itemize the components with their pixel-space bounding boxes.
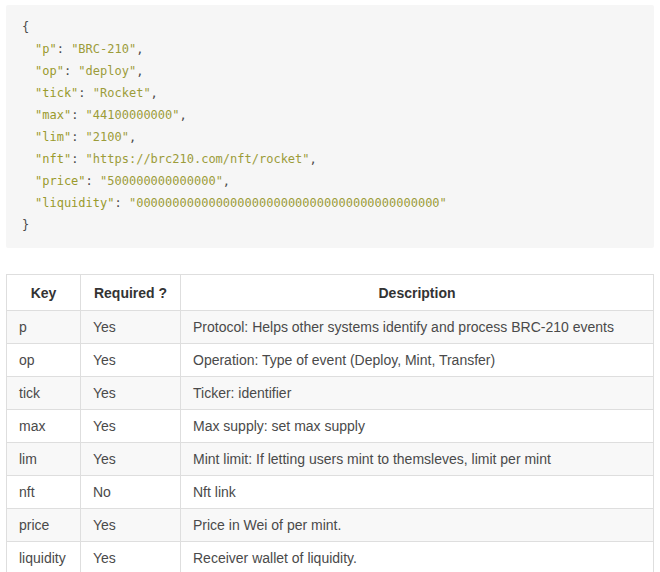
json-code-block: { "p": "BRC-210", "op": "deploy", "tick"…: [6, 5, 654, 248]
cell-key: nft: [7, 476, 81, 509]
json-comma: ,: [223, 174, 230, 188]
code-line-close-brace: }: [22, 214, 638, 236]
table-row: liquidity Yes Receiver wallet of liquidi…: [7, 542, 654, 572]
table-row: price Yes Price in Wei of per mint.: [7, 509, 654, 542]
code-line: "lim": "2100",: [22, 126, 638, 148]
json-comma: ,: [136, 64, 143, 78]
cell-description: Operation: Type of event (Deploy, Mint, …: [181, 344, 654, 377]
cell-required: Yes: [81, 410, 181, 443]
table-row: tick Yes Ticker: identifier: [7, 377, 654, 410]
column-header-key: Key: [7, 275, 81, 311]
json-value: "500000000000000": [100, 174, 223, 188]
code-line: "nft": "https://brc210.com/nft/rocket",: [22, 148, 638, 170]
cell-required: Yes: [81, 509, 181, 542]
cell-required: Yes: [81, 542, 181, 572]
code-line: "liquidity": "00000000000000000000000000…: [22, 192, 638, 214]
json-colon: :: [71, 108, 85, 122]
json-comma: ,: [180, 108, 187, 122]
json-comma: ,: [136, 42, 143, 56]
table-row: lim Yes Mint limit: If letting users min…: [7, 443, 654, 476]
cell-required: Yes: [81, 311, 181, 344]
json-value: "000000000000000000000000000000000000000…: [129, 196, 447, 210]
cell-required: Yes: [81, 344, 181, 377]
field-reference-table-wrap: Key Required ? Description p Yes Protoco…: [6, 274, 654, 572]
cell-key: max: [7, 410, 81, 443]
json-comma: ,: [151, 86, 158, 100]
json-key: "nft": [35, 152, 71, 166]
cell-required: Yes: [81, 443, 181, 476]
cell-required: No: [81, 476, 181, 509]
cell-description: Max supply: set max supply: [181, 410, 654, 443]
cell-key: op: [7, 344, 81, 377]
json-key: "lim": [35, 130, 71, 144]
code-line: "max": "44100000000",: [22, 104, 638, 126]
json-key: "max": [35, 108, 71, 122]
cell-key: p: [7, 311, 81, 344]
cell-description: Price in Wei of per mint.: [181, 509, 654, 542]
cell-description: Ticker: identifier: [181, 377, 654, 410]
json-value: "BRC-210": [71, 42, 136, 56]
cell-description: Mint limit: If letting users mint to the…: [181, 443, 654, 476]
column-header-required: Required ?: [81, 275, 181, 311]
cell-description: Receiver wallet of liquidity.: [181, 542, 654, 572]
code-line: "tick": "Rocket",: [22, 82, 638, 104]
json-value: "44100000000": [86, 108, 180, 122]
json-key: "p": [35, 42, 57, 56]
json-colon: :: [64, 64, 78, 78]
cell-key: lim: [7, 443, 81, 476]
table-row: op Yes Operation: Type of event (Deploy,…: [7, 344, 654, 377]
json-comma: ,: [310, 152, 317, 166]
cell-required: Yes: [81, 377, 181, 410]
table-header-row: Key Required ? Description: [7, 275, 654, 311]
table-row: max Yes Max supply: set max supply: [7, 410, 654, 443]
json-colon: :: [71, 130, 85, 144]
column-header-description: Description: [181, 275, 654, 311]
json-value: "deploy": [78, 64, 136, 78]
json-colon: :: [57, 42, 71, 56]
code-line: "price": "500000000000000",: [22, 170, 638, 192]
cell-key: price: [7, 509, 81, 542]
json-key: "tick": [35, 86, 78, 100]
json-value: "https://brc210.com/nft/rocket": [86, 152, 310, 166]
table-row: nft No Nft link: [7, 476, 654, 509]
code-lines: "p": "BRC-210", "op": "deploy", "tick": …: [22, 38, 638, 214]
field-reference-table: Key Required ? Description p Yes Protoco…: [6, 274, 654, 572]
cell-description: Nft link: [181, 476, 654, 509]
cell-description: Protocol: Helps other systems identify a…: [181, 311, 654, 344]
json-colon: :: [114, 196, 128, 210]
table-body: p Yes Protocol: Helps other systems iden…: [7, 311, 654, 572]
json-key: "liquidity": [35, 196, 114, 210]
close-brace: }: [22, 218, 29, 232]
cell-key: liquidity: [7, 542, 81, 572]
code-line: "op": "deploy",: [22, 60, 638, 82]
table-row: p Yes Protocol: Helps other systems iden…: [7, 311, 654, 344]
code-line-open-brace: {: [22, 16, 638, 38]
json-value: "2100": [86, 130, 129, 144]
open-brace: {: [22, 20, 29, 34]
json-colon: :: [71, 152, 85, 166]
json-value: "Rocket": [93, 86, 151, 100]
json-key: "price": [35, 174, 86, 188]
cell-key: tick: [7, 377, 81, 410]
json-key: "op": [35, 64, 64, 78]
json-colon: :: [86, 174, 100, 188]
code-line: "p": "BRC-210",: [22, 38, 638, 60]
json-colon: :: [78, 86, 92, 100]
json-comma: ,: [129, 130, 136, 144]
